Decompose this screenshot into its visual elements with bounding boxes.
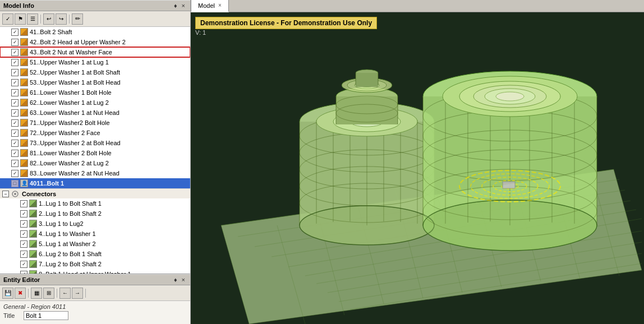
ee-region-label: General - Region 4011 — [3, 303, 66, 310]
label-c3: 3..Lug 1 to Lug2 — [39, 220, 84, 227]
checkbox-81[interactable]: ✓ — [11, 150, 19, 157]
tree-item-63[interactable]: ✓ 63..Lower Washer 1 at Nut Head — [0, 108, 190, 118]
viewport-container: Model × Demonstration License - For Demo… — [191, 0, 644, 324]
svg-point-71 — [496, 92, 524, 101]
tree-item-72[interactable]: ✓ 72..Upper Washer 2 Face — [0, 128, 190, 138]
checkbox-c4[interactable]: ✓ — [20, 230, 27, 238]
connectors-expand-btn[interactable]: − — [2, 191, 9, 197]
connector-4[interactable]: ✓ 4..Lug 1 to Washer 1 — [0, 229, 190, 239]
checkbox-83[interactable]: ✓ — [11, 170, 19, 177]
checkbox-51[interactable]: ✓ — [11, 59, 19, 66]
icon-71 — [20, 118, 29, 127]
icon-c7 — [29, 260, 38, 269]
checkbox-c1[interactable]: ✓ — [20, 200, 27, 207]
tree-item-71[interactable]: ✓ 71..Upper Washer2 Bolt Hole — [0, 118, 190, 128]
tree-item-41[interactable]: ✓ 41..Bolt 2 Shaft — [0, 27, 190, 37]
ee-close-button[interactable]: × — [180, 276, 187, 283]
checkbox-62[interactable]: ✓ — [11, 99, 19, 107]
checkbox-c7[interactable]: ✓ — [20, 261, 27, 268]
toolbar-pencil-btn[interactable]: ✏ — [72, 13, 83, 25]
tree-item-53[interactable]: ✓ 53..Upper Washer 1 at Bolt Head — [0, 77, 190, 87]
icon-c6 — [29, 249, 38, 258]
icon-41 — [20, 27, 29, 36]
icon-72 — [20, 128, 29, 137]
checkbox-c5[interactable]: ✓ — [20, 240, 27, 248]
checkbox-43[interactable]: ✓ — [11, 49, 19, 56]
ee-right-btn[interactable]: → — [72, 288, 83, 299]
tree-item-73[interactable]: ✓ 73..Upper Washer 2 at Bolt Head — [0, 138, 190, 148]
checkbox-c3[interactable]: ✓ — [20, 220, 27, 228]
checkbox-72[interactable]: ✓ — [11, 129, 19, 137]
ee-pin-button[interactable]: ♦ — [172, 276, 179, 283]
entity-editor-panel: Entity Editor ♦ × 💾 ✖ ▦ ⊞ ← → — [0, 274, 190, 324]
tree-item-62[interactable]: ✓ 62..Lower Washer 1 at Lug 2 — [0, 98, 190, 108]
ee-save-btn[interactable]: 💾 — [2, 288, 13, 299]
close-button[interactable]: × — [180, 2, 187, 9]
label-41: 41..Bolt 2 Shaft — [30, 29, 72, 35]
ee-title-input[interactable] — [24, 311, 68, 320]
pin-button[interactable]: ♦ — [172, 2, 179, 9]
icon-63 — [20, 108, 29, 117]
tree-item-4011[interactable]: □ 👤 4011..Bolt 1 — [0, 178, 190, 188]
tree-item-81[interactable]: ✓ 81..Lower Washer 2 Bolt Hole — [0, 148, 190, 158]
connector-3[interactable]: ✓ 3..Lug 1 to Lug2 — [0, 219, 190, 229]
icon-81 — [20, 149, 29, 158]
connector-6[interactable]: ✓ 6..Lug 2 to Bolt 1 Shaft — [0, 249, 190, 259]
tree-item-61[interactable]: ✓ 61..Lower Washer 1 Bolt Hole — [0, 87, 190, 98]
model-tab[interactable]: Model × — [191, 0, 229, 12]
label-c6: 6..Lug 2 to Bolt 1 Shaft — [39, 251, 102, 257]
viewport-canvas[interactable]: Demonstration License - For Demonstratio… — [191, 12, 644, 324]
tree-item-51[interactable]: ✓ 51..Upper Washer 1 at Lug 1 — [0, 57, 190, 67]
checkbox-52[interactable]: ✓ — [11, 69, 19, 76]
left-cylinder — [300, 87, 434, 245]
toolbar-list-btn[interactable]: ☰ — [27, 13, 38, 25]
checkbox-c2[interactable]: ✓ — [20, 210, 27, 217]
connectors-section-header: − Connectors — [0, 188, 190, 198]
checkbox-41[interactable]: ✓ — [11, 29, 19, 36]
toolbar-redo-btn[interactable]: ↪ — [56, 13, 67, 25]
label-c2: 2..Lug 1 to Bolt Shaft 2 — [39, 210, 102, 217]
label-c7: 7..Lug 2 to Bolt Shaft 2 — [39, 261, 102, 267]
connector-1[interactable]: ✓ 1..Lug 1 to Bolt Shaft 1 — [0, 198, 190, 209]
icon-73 — [20, 138, 29, 147]
label-62: 62..Lower Washer 1 at Lug 2 — [30, 99, 109, 106]
icon-42 — [20, 38, 29, 47]
model-tree-list[interactable]: ✓ 41..Bolt 2 Shaft ✓ 42..Bolt 2 Head at … — [0, 27, 190, 274]
checkbox-82[interactable]: ✓ — [11, 160, 19, 167]
tree-item-83[interactable]: ✓ 83..Lower Washer 2 at Nut Head — [0, 168, 190, 178]
ee-grid-btn[interactable]: ▦ — [31, 288, 42, 299]
checkbox-61[interactable]: ✓ — [11, 89, 19, 96]
tree-item-82[interactable]: ✓ 82..Lower Washer 2 at Lug 2 — [0, 158, 190, 168]
right-cylinder — [423, 71, 597, 251]
checkbox-71[interactable]: ✓ — [11, 119, 19, 127]
toolbar-undo-btn[interactable]: ↩ — [43, 13, 54, 25]
connector-5[interactable]: ✓ 5..Lug 1 at Washer 2 — [0, 239, 190, 249]
connector-7[interactable]: ✓ 7..Lug 2 to Bolt Shaft 2 — [0, 259, 190, 269]
checkbox-4011[interactable]: □ — [11, 180, 19, 187]
tree-item-42[interactable]: ✓ 42..Bolt 2 Head at Upper Washer 2 — [0, 37, 190, 47]
toolbar-separator-2 — [69, 15, 70, 24]
panel-controls: ♦ × — [172, 2, 187, 9]
icon-c3 — [29, 219, 38, 228]
checkbox-42[interactable]: ✓ — [11, 39, 19, 46]
connector-8[interactable]: ✓ 8..Bolt 1 Head at Upper Washer 1 — [0, 269, 190, 274]
tree-item-43[interactable]: ✓ 43..Bolt 2 Nut at Washer Face — [0, 47, 190, 57]
version-label: V: 1 — [195, 29, 206, 36]
toolbar-separator-1 — [40, 15, 41, 24]
ee-filter-btn[interactable]: ⊞ — [43, 288, 54, 299]
checkbox-63[interactable]: ✓ — [11, 109, 19, 117]
connector-2[interactable]: ✓ 2..Lug 1 to Bolt Shaft 2 — [0, 209, 190, 219]
checkbox-53[interactable]: ✓ — [11, 79, 19, 86]
toolbar-flag-btn[interactable]: ⚑ — [15, 13, 26, 25]
checkbox-73[interactable]: ✓ — [11, 140, 19, 147]
label-82: 82..Lower Washer 2 at Lug 2 — [30, 160, 109, 166]
viewport-tab-bar: Model × — [191, 0, 644, 12]
model-tab-close[interactable]: × — [218, 2, 222, 8]
tree-item-52[interactable]: ✓ 52..Upper Washer 1 at Bolt Shaft — [0, 67, 190, 77]
demo-banner: Demonstration License - For Demonstratio… — [195, 17, 377, 29]
ee-left-btn[interactable]: ← — [59, 288, 71, 299]
toolbar-check-btn[interactable]: ✓ — [2, 13, 13, 25]
checkbox-c6[interactable]: ✓ — [20, 251, 27, 258]
entity-editor-header: Entity Editor ♦ × — [0, 274, 190, 285]
ee-delete-btn[interactable]: ✖ — [15, 288, 26, 299]
